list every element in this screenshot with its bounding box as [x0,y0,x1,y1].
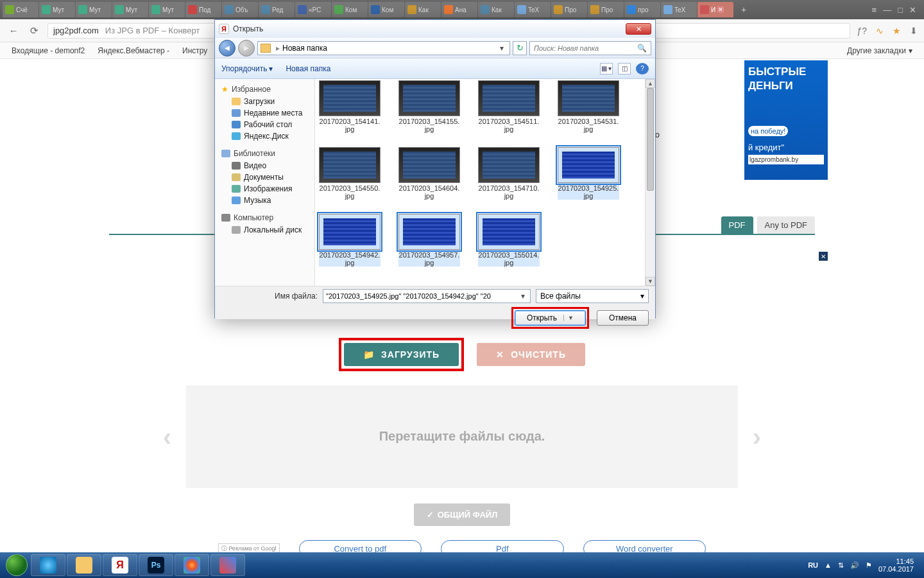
cancel-button[interactable]: Отмена [597,310,649,326]
sidebar-pictures[interactable]: Изображения [218,183,312,195]
menu-icon[interactable]: ≡ [872,5,877,15]
taskbar-paint[interactable] [175,554,209,576]
breadcrumb-dropdown[interactable]: ▾ [497,44,507,53]
browser-tab[interactable]: про [624,2,660,17]
scroll-down-button[interactable]: ▼ [646,277,655,286]
new-folder-button[interactable]: Новая папка [286,64,330,73]
upload-button[interactable]: 📁ЗАГРУЗИТЬ [344,343,459,366]
file-item[interactable]: 20170203_154511.jpg [478,80,540,133]
next-arrow[interactable]: › [753,422,761,451]
browser-tab[interactable]: Про [551,2,587,17]
filename-dropdown[interactable]: ▾ [518,292,527,301]
search-icon[interactable]: 🔍 [637,44,647,53]
file-item[interactable]: 20170203_154957.jpg [398,214,460,267]
file-item[interactable]: 20170203_154531.jpg [558,80,619,133]
browser-tab[interactable]: Объ [222,2,258,17]
browser-tab[interactable]: Ком [332,2,368,17]
tab-pdf[interactable]: PDF [721,216,753,234]
star-icon[interactable]: ★ [893,26,901,36]
browser-tab[interactable]: Счё [3,2,38,17]
browser-tab[interactable]: Ком [368,2,404,17]
view-mode-button[interactable]: ▦ ▾ [600,63,613,74]
tab-close-icon[interactable]: ✕ [717,6,724,13]
back-button[interactable]: ← [6,24,21,38]
browser-tab[interactable]: И✕ [697,2,733,17]
browser-tab[interactable]: Мут [39,2,75,17]
help-button[interactable]: ? [636,63,649,74]
rss-icon[interactable]: ∿ [876,26,884,36]
scroll-thumb[interactable] [647,88,654,191]
sidebar-music[interactable]: Музыка [218,195,312,206]
maximize-icon[interactable]: □ [898,5,903,15]
browser-tab[interactable]: Про [588,2,624,17]
file-list[interactable]: 20170203_154141.jpg20170203_154155.jpg20… [315,79,655,286]
sidebar-desktop[interactable]: Рабочий стол [218,119,312,130]
bookmark-item[interactable]: Яндекс.Вебмастер - [98,46,169,55]
taskbar-clock[interactable]: 11:45 07.04.2017 [878,557,914,573]
other-bookmarks[interactable]: Другие закладки ▾ [847,46,912,55]
scrollbar[interactable]: ▲ ▼ [645,79,655,286]
organize-menu[interactable]: Упорядочить ▾ [221,64,273,73]
sidebar-local-disk[interactable]: Локальный диск [218,224,312,236]
browser-tab[interactable]: Мут [76,2,112,17]
taskbar-yandex[interactable]: Я [103,554,137,576]
browser-tab[interactable]: Ред [259,2,295,17]
dialog-titlebar[interactable]: Я Открыть ✕ [215,20,655,38]
filename-input[interactable]: ▾ [323,289,531,303]
breadcrumb-folder[interactable]: Новая папка [282,44,327,53]
tab-any-to-pdf[interactable]: Any to PDF [757,216,815,234]
prev-arrow[interactable]: ‹ [163,422,171,451]
browser-tab[interactable]: TeX [661,2,697,17]
file-item[interactable]: 20170203_154710.jpg [478,147,540,200]
sidebar-ad[interactable]: БЫСТРЫЕ ДЕНЬГИ на победу! й кредит" lgaz… [744,60,828,180]
scroll-up-button[interactable]: ▲ [646,79,655,88]
nav-back-button[interactable]: ◄ [219,40,235,57]
browser-tab[interactable]: Как [405,2,441,17]
taskbar-ie[interactable] [31,554,65,576]
taskbar-snipping[interactable] [210,554,245,576]
sidebar-computer-header[interactable]: Компьютер [218,211,312,224]
sidebar-yandex-disk[interactable]: Яндекс.Диск [218,130,312,142]
close-icon[interactable]: ✕ [909,5,916,15]
browser-tab[interactable]: Мут [112,2,148,17]
browser-tab[interactable]: «PC [295,2,331,17]
file-item[interactable]: 20170203_154141.jpg [319,80,381,133]
bookmark-item[interactable]: Инстру [182,46,207,55]
search-input[interactable]: 🔍 [529,41,651,55]
network-icon[interactable]: ⇅ [838,561,844,570]
file-item[interactable]: 20170203_155014.jpg [478,214,540,267]
browser-tab[interactable]: Ана [441,2,477,17]
volume-icon[interactable]: 🔊 [850,561,859,570]
filename-field[interactable] [326,292,518,300]
font-icon[interactable]: ƒ? [857,26,867,36]
new-tab-button[interactable]: + [738,4,749,15]
open-button[interactable]: Открыть▼ [515,310,586,326]
split-dropdown-icon[interactable]: ▼ [563,315,574,321]
minimize-icon[interactable]: — [883,5,891,15]
file-item[interactable]: 20170203_154604.jpg [398,147,460,200]
file-type-filter[interactable]: Все файлы▾ [536,289,649,303]
sidebar-recent[interactable]: Недавние места [218,107,312,119]
sidebar-favorites-header[interactable]: ★Избранное [218,83,312,96]
language-indicator[interactable]: RU [808,561,818,569]
start-button[interactable] [4,552,30,578]
reload-button[interactable]: ⟳ [27,24,41,38]
dialog-close-button[interactable]: ✕ [626,23,651,35]
sidebar-downloads[interactable]: Загрузки [218,96,312,107]
taskbar-explorer[interactable] [67,554,101,576]
sidebar-documents[interactable]: Документы [218,171,312,183]
browser-tab[interactable]: Под [185,2,221,17]
show-hidden-icons[interactable]: ▲ [825,561,832,569]
browser-tab[interactable]: Как [478,2,514,17]
refresh-button[interactable]: ↻ [513,41,527,55]
search-field[interactable] [534,44,637,52]
sidebar-libraries-header[interactable]: Библиотеки [218,147,312,160]
download-icon[interactable]: ⬇ [910,26,918,36]
browser-tab[interactable]: TeX [515,2,551,17]
browser-tab[interactable]: Мут [149,2,185,17]
flag-icon[interactable]: ⚑ [866,561,872,570]
file-item[interactable]: 20170203_154550.jpg [319,147,381,200]
file-item[interactable]: 20170203_154942.jpg [319,214,381,267]
file-item[interactable]: 20170203_154925.jpg [558,147,619,200]
bookmark-item[interactable]: Входящие - demonf2 [12,46,85,55]
